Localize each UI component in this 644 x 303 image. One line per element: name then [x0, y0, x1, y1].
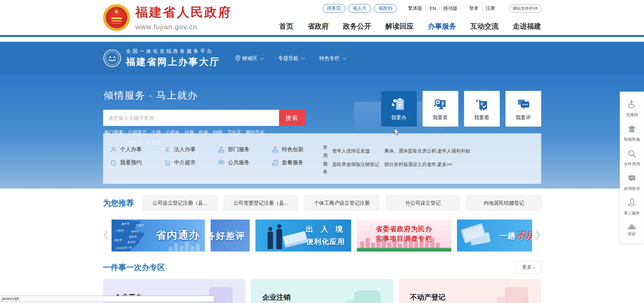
sidebar-consult-complaint[interactable]: 咨询投诉 — [620, 170, 644, 195]
sidebar-accessibility[interactable]: 无障碍 — [620, 97, 644, 121]
browser-status-bar: javascript:; — [0, 296, 214, 302]
menu-item-appointment[interactable]: 我要预约 — [110, 159, 164, 166]
banner-province-wide-service[interactable]: 南平市 宁德市 三明市 福州市 莆田市 龙岩市 泉州市 厦门市 漳州市 省内通办 — [112, 220, 205, 251]
topic-nav-menu[interactable]: 专题导航 — [278, 55, 304, 62]
menu-item-innovation[interactable]: 特色创新 — [272, 146, 326, 153]
one-stop-card-real-estate[interactable]: 不动产登记 不动产交易、办税、登记 全过程“一窗受理”一 — [399, 279, 541, 303]
menu-item-personal[interactable]: 个人办事 — [110, 146, 164, 153]
common-services-list: 老年人优待证发放 离休、退休提取住房公积... 老年人福利补贴 居民养老保险注销… — [332, 148, 470, 168]
more-services-link[interactable]: 更多>> — [437, 162, 470, 168]
action-cards: 我要办 我要查 — [381, 91, 541, 127]
service-link[interactable]: 部分农村籍退役士兵老年... — [385, 162, 437, 168]
building-graphic — [505, 287, 528, 303]
menu-item-corporate[interactable]: 法人办事 — [164, 146, 218, 153]
lang-traditional[interactable]: 繁体版 — [408, 5, 422, 11]
sidebar-smart-service[interactable]: 智能客服 — [620, 121, 644, 146]
banner-one-trip[interactable]: 一趟不用 — [457, 220, 532, 251]
chevron-down-icon — [260, 56, 264, 60]
buildings-decoration — [169, 242, 200, 251]
person-icon — [110, 146, 117, 153]
recommend-item-company-change[interactable]: 公司变更登记注册（县... — [224, 195, 298, 211]
floating-sidebar: 无障碍 智能客服 办件查询 咨询投诉 掌上服务 收起 — [620, 92, 644, 244]
action-card-apply[interactable]: 我要办 — [381, 91, 417, 127]
broadcast-icon — [218, 159, 225, 166]
one-stop-card-business-cancel[interactable]: 企业注销 企业注销一窗通办，减少企业跑动次数 — [251, 279, 393, 303]
menu-item-agency-market[interactable]: 中介超市 — [164, 159, 218, 166]
sidebar-mobile-service[interactable]: 掌上服务 — [620, 195, 644, 220]
hero-slogan: 倾情服务 · 马上就办 — [104, 89, 198, 102]
gov-link-shengzhengxie[interactable]: 省政协 — [374, 4, 397, 13]
mobile-hand-icon — [627, 198, 637, 207]
banner-service-rating[interactable]: 务好差评 — [211, 220, 250, 251]
top-header: ★ 福建省人民政府 www.fujian.gov.cn 国务院 省人大 省政协 … — [0, 0, 644, 37]
nav-about-fujian[interactable]: 走进福建 — [513, 22, 541, 31]
recommend-item-individual-business[interactable]: 个体工商户设立登记注册 — [305, 195, 379, 211]
trees-band-graphic — [357, 248, 451, 251]
menu-item-package-services[interactable]: 套餐服务 — [272, 159, 326, 166]
chevron-down-icon — [301, 56, 305, 60]
one-stop-more-button[interactable]: 更多› — [516, 261, 541, 274]
banner-entry-exit[interactable]: 出 入 境 便利化应用 — [255, 220, 351, 251]
counter-graphic — [282, 231, 307, 247]
special-column-menu[interactable]: 特色专栏 — [319, 55, 345, 62]
sitemap-icon — [218, 146, 225, 153]
briefcase-graphic — [354, 291, 380, 303]
action-card-review[interactable]: 我要评 — [505, 91, 541, 127]
register-link[interactable]: 注册 — [486, 5, 495, 11]
search-icon — [627, 149, 637, 158]
platform-tagline: 全国一体化在线政务服务平台 — [126, 48, 220, 55]
gov-link-shengrenda[interactable]: 省人大 — [348, 4, 371, 13]
service-link[interactable]: 离休、退休提取住房公积... — [385, 148, 437, 154]
menu-item-departments[interactable]: 部门服务 — [218, 146, 272, 153]
services-panel: 个人办事 法人办事 部门服务 特色创 — [103, 133, 541, 184]
wheelchair-icon — [627, 100, 637, 109]
top-links: 国务院 省人大 省政协 繁体版 | EN | 移动版 登录 | 注册 网站支持I… — [320, 4, 541, 13]
eye-check-icon — [474, 97, 490, 112]
chevron-right-icon: › — [533, 265, 534, 270]
platform-title: 福建省网上办事大厅 — [126, 56, 220, 68]
lang-en[interactable]: EN — [430, 6, 436, 11]
location-pin-icon — [236, 55, 240, 61]
recommend-item-company-setup[interactable]: 公司设立登记注册（县... — [143, 195, 217, 211]
location-selector[interactable]: 鲤城区 — [236, 55, 263, 62]
site-url: www.fujian.gov.cn — [135, 23, 232, 31]
lang-mobile[interactable]: 移动版 — [443, 5, 458, 11]
clipboard-icon — [391, 97, 407, 112]
nav-interaction[interactable]: 互动交流 — [470, 22, 499, 31]
nav-home[interactable]: 首页 — [279, 22, 294, 31]
sitemap-icon — [272, 146, 279, 153]
login-link[interactable]: 登录 — [469, 5, 479, 11]
hero-section: 倾情服务 · 马上就办 搜索 热门搜索：公司设立 个税 公积金 社保 低保 结婚… — [0, 75, 644, 189]
sidebar-case-query[interactable]: 办件查询 — [620, 146, 644, 170]
corporate-person-icon — [164, 146, 171, 153]
nav-interpretation[interactable]: 解读回应 — [386, 22, 414, 31]
comment-icon — [516, 97, 531, 112]
action-card-view[interactable]: 我要看 — [464, 91, 500, 127]
recommend-item-marriage-registration[interactable]: 内地居民结婚登记 — [467, 195, 541, 211]
mouse-cursor — [394, 128, 400, 136]
banner-practical-projects-survey[interactable]: 省委省政府为民办 实事项目调查专栏 — [357, 220, 451, 251]
recommend-item-branch-setup[interactable]: 分公司设立登记 — [386, 195, 460, 211]
nav-provincial-gov[interactable]: 省政府 — [308, 22, 329, 31]
search-input[interactable] — [103, 110, 279, 126]
carousel-prev-icon[interactable] — [103, 230, 109, 240]
menu-item-public-services[interactable]: 公共服务 — [218, 159, 272, 166]
nav-gov-affairs[interactable]: 政务公开 — [343, 22, 371, 31]
national-emblem-logo: ★ — [103, 4, 130, 31]
cart-icon — [164, 159, 171, 166]
banner-carousel: 南平市 宁德市 三明市 福州市 莆田市 龙岩市 泉州市 厦门市 漳州市 省内通办… — [103, 220, 541, 251]
action-card-query[interactable]: 我要查 — [423, 91, 458, 127]
search-button[interactable]: 搜索 — [279, 110, 305, 126]
service-link[interactable]: 老年人优待证发放 — [332, 148, 385, 154]
search-monitor-icon — [433, 97, 448, 112]
recommend-title: 为您推荐 — [103, 198, 134, 208]
site-logo-area: ★ 福建省人民政府 www.fujian.gov.cn — [103, 4, 232, 31]
carousel-next-icon[interactable] — [535, 230, 541, 240]
service-link[interactable]: 居民养老保险注销登记 — [332, 162, 385, 168]
gov-link-guowuyuan[interactable]: 国务院 — [323, 4, 345, 13]
platform-bar: 全国一体化在线政务服务平台 福建省网上办事大厅 鲤城区 专题导航 特色专栏 — [0, 42, 644, 75]
sidebar-collapse[interactable]: 收起 — [620, 220, 644, 240]
service-link[interactable]: 老年人福利补贴 — [437, 148, 470, 154]
platform-logo-icon — [103, 49, 121, 67]
nav-services[interactable]: 办事服务 — [428, 22, 456, 31]
